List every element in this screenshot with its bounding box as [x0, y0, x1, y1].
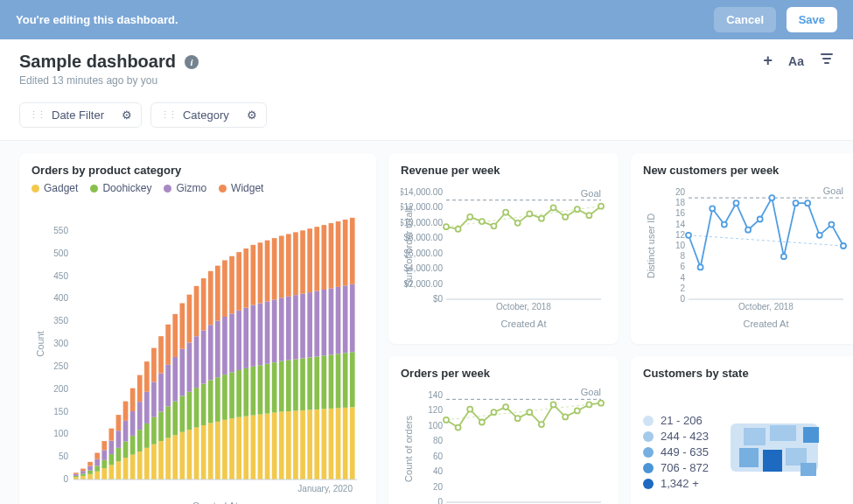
- svg-rect-63: [158, 374, 164, 412]
- legend-doohickey[interactable]: Doohickey: [90, 182, 151, 194]
- text-style-icon[interactable]: Aa: [788, 54, 804, 68]
- svg-rect-98: [222, 374, 227, 420]
- svg-rect-136: [286, 234, 291, 296]
- drag-handle-icon[interactable]: ⋮⋮: [29, 109, 45, 121]
- drag-handle-icon[interactable]: ⋮⋮: [160, 109, 176, 121]
- svg-rect-170: [350, 352, 355, 407]
- svg-text:$14,000.00: $14,000.00: [401, 187, 443, 197]
- svg-rect-52: [137, 375, 143, 402]
- card-orders-by-category[interactable]: Orders by product category Gadget Doohic…: [19, 153, 376, 504]
- cancel-button[interactable]: Cancel: [714, 7, 776, 32]
- svg-rect-165: [343, 408, 348, 480]
- svg-rect-139: [293, 295, 298, 359]
- svg-rect-154: [322, 355, 327, 409]
- gear-icon[interactable]: ⚙: [247, 108, 257, 122]
- svg-text:Distinct user ID: Distinct user ID: [646, 214, 656, 279]
- card-new-customers[interactable]: New customers per week Goal0246810121416…: [631, 153, 853, 344]
- svg-rect-38: [116, 448, 122, 462]
- svg-rect-74: [180, 396, 185, 431]
- save-button[interactable]: Save: [787, 7, 837, 32]
- svg-rect-166: [343, 353, 348, 408]
- svg-rect-80: [187, 295, 192, 343]
- svg-point-222: [710, 206, 715, 211]
- svg-text:80: 80: [433, 436, 444, 445]
- svg-rect-87: [201, 331, 206, 384]
- svg-rect-137: [293, 410, 298, 480]
- svg-rect-152: [314, 227, 319, 290]
- svg-point-262: [598, 401, 604, 406]
- svg-rect-163: [336, 287, 341, 354]
- svg-rect-270: [763, 450, 782, 472]
- svg-rect-129: [279, 412, 284, 480]
- svg-rect-24: [87, 462, 93, 466]
- svg-text:500: 500: [53, 248, 68, 258]
- svg-rect-92: [208, 271, 213, 325]
- svg-rect-67: [165, 365, 171, 407]
- filter-date[interactable]: ⋮⋮ Date Filter ⚙: [19, 102, 142, 128]
- svg-text:40: 40: [433, 466, 444, 476]
- svg-rect-27: [94, 459, 100, 466]
- info-icon[interactable]: i: [185, 55, 199, 69]
- svg-point-193: [503, 210, 508, 215]
- chart-legend: Gadget Doohickey Gizmo Widget: [31, 182, 364, 194]
- svg-rect-106: [236, 370, 241, 417]
- svg-point-192: [491, 223, 496, 228]
- legend-widget[interactable]: Widget: [219, 182, 263, 194]
- svg-rect-71: [172, 357, 178, 402]
- svg-rect-66: [165, 406, 171, 438]
- svg-rect-28: [94, 453, 100, 459]
- svg-rect-25: [94, 472, 100, 480]
- svg-rect-112: [243, 248, 248, 308]
- svg-rect-26: [94, 466, 100, 472]
- chart-revenue: Goal$0$2,000.00$4,000.00$6,000.00$8,000.…: [401, 182, 606, 331]
- svg-rect-47: [130, 411, 136, 436]
- filter-bar: ⋮⋮ Date Filter ⚙ ⋮⋮ Category ⚙: [0, 95, 853, 141]
- svg-text:550: 550: [53, 226, 68, 235]
- map-legend-b1: 21 - 206: [661, 414, 703, 427]
- svg-rect-117: [258, 415, 263, 480]
- svg-rect-102: [229, 373, 234, 419]
- svg-text:60: 60: [433, 452, 444, 461]
- svg-rect-42: [123, 442, 129, 458]
- svg-rect-79: [187, 342, 192, 391]
- svg-rect-62: [158, 412, 164, 442]
- card-revenue-per-week[interactable]: Revenue per week Goal$0$2,000.00$4,000.0…: [388, 153, 619, 344]
- svg-text:120: 120: [428, 405, 443, 415]
- svg-text:Goal: Goal: [581, 188, 601, 199]
- gear-icon[interactable]: ⚙: [122, 108, 132, 122]
- svg-text:January, 2020: January, 2020: [297, 484, 353, 494]
- svg-text:October, 2018: October, 2018: [738, 302, 794, 312]
- svg-rect-267: [744, 428, 766, 445]
- map-legend-b5: 1,342 +: [661, 477, 699, 490]
- card-orders-per-week[interactable]: Orders per week Goal020406080100120140Co…: [388, 356, 619, 504]
- svg-point-230: [805, 200, 810, 206]
- svg-rect-46: [130, 436, 136, 455]
- add-card-icon[interactable]: +: [764, 52, 773, 70]
- svg-point-255: [515, 416, 521, 421]
- svg-rect-51: [137, 402, 143, 430]
- svg-rect-57: [151, 444, 157, 480]
- chart-newcust: Goal02468101214161820Distinct user IDOct…: [643, 182, 849, 331]
- svg-rect-150: [314, 356, 319, 409]
- svg-rect-91: [208, 325, 213, 380]
- legend-gizmo[interactable]: Gizmo: [164, 182, 206, 194]
- svg-text:14: 14: [675, 220, 686, 229]
- svg-rect-121: [265, 414, 270, 480]
- svg-text:Created At: Created At: [744, 318, 789, 329]
- legend-gadget[interactable]: Gadget: [31, 182, 78, 194]
- svg-text:Goal: Goal: [581, 387, 601, 397]
- svg-rect-31: [101, 450, 107, 459]
- svg-rect-110: [243, 368, 248, 416]
- svg-rect-145: [307, 410, 312, 480]
- filter-icon[interactable]: [820, 52, 834, 70]
- svg-rect-168: [343, 220, 348, 285]
- filter-category[interactable]: ⋮⋮ Category ⚙: [150, 102, 267, 128]
- card-customers-by-state[interactable]: Customers by state 21 - 206 244 - 423 44…: [631, 356, 853, 504]
- dashboard-title[interactable]: Sample dashboard: [19, 52, 176, 72]
- svg-point-225: [745, 228, 751, 233]
- svg-rect-19: [80, 471, 86, 473]
- svg-rect-153: [322, 409, 327, 480]
- svg-rect-60: [151, 348, 157, 382]
- svg-text:2: 2: [680, 284, 685, 293]
- svg-point-195: [527, 211, 532, 216]
